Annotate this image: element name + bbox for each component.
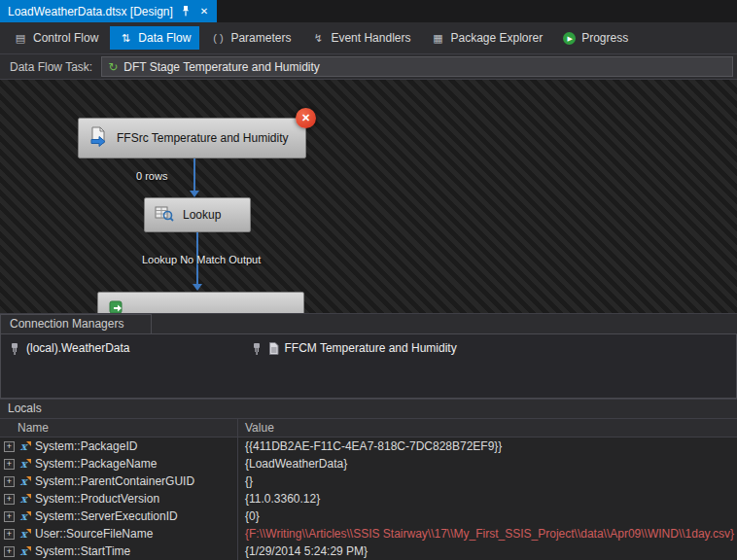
event-handlers-icon: ↯ [311,32,325,45]
node-label: FFSrc Temperature and Humidity [117,131,289,145]
data-flow-icon: ⇅ [119,32,132,45]
error-icon[interactable]: ✕ [296,108,316,128]
node-flat-file-source[interactable]: FFSrc Temperature and Humidity [78,118,306,158]
tab-label: Parameters [230,31,291,45]
expand-icon[interactable]: + [4,546,15,557]
data-flow-task-selector[interactable]: ↻ DFT Stage Temperature and Humidity [101,56,733,77]
data-path-arrow-icon [190,191,199,197]
variable-icon: x [18,528,31,541]
connection-managers-title: Connection Managers [10,317,123,331]
connection-icon [251,342,263,355]
tab-label: Progress [581,31,628,45]
data-flow-design-surface[interactable]: FFSrc Temperature and Humidity ✕ 0 rows … [0,80,737,313]
expand-icon[interactable]: + [4,459,15,470]
variable-name: System::ProductVersion [35,492,159,506]
data-flow-task-value: DFT Stage Temperature and Humidity [123,60,320,74]
variable-icon: x [18,440,31,453]
flat-file-icon [268,342,279,355]
connection-managers-tab[interactable]: Connection Managers [0,314,152,333]
connection-managers-list: (local).WeatherData [0,333,737,399]
control-flow-icon: ▤ [14,32,27,45]
tab-parameters[interactable]: ( ) Parameters [202,26,299,50]
data-flow-task-icon: ↻ [108,60,118,74]
document-tab-title: LoadWeatherData.dtsx [Design] [8,5,173,18]
data-path-line[interactable] [193,158,195,192]
expand-icon[interactable]: + [4,511,15,522]
tab-label: Data Flow [138,31,191,45]
variable-value: {} [238,474,737,488]
destination-icon [108,298,125,314]
tab-label: Control Flow [33,31,98,45]
locals-name-cell: + x System::ProductVersion [0,490,238,508]
variable-value: {{411DB2AE-F11C-4EA7-818C-7DC828B72EF9}} [238,439,737,453]
expand-icon[interactable]: + [4,494,15,505]
variable-icon: x [18,458,31,471]
variable-icon: x [18,475,31,488]
tab-control-flow[interactable]: ▤ Control Flow [5,26,107,50]
variable-name: System::ParentContainerGUID [35,474,194,488]
data-path-arrow-icon [193,284,202,291]
variable-value: {1/29/2014 5:24:29 PM} [238,544,737,558]
locals-row[interactable]: + x System::ProductVersion {11.0.3360.12… [0,490,737,508]
data-path-label: Lookup No Match Output [142,254,261,265]
progress-icon: ▶ [563,32,576,45]
variable-name: System::PackageName [35,457,157,471]
column-header-name[interactable]: Name [0,419,238,437]
locals-row[interactable]: + x System::ParentContainerGUID {} [0,472,737,490]
node-label: Lookup [183,208,221,222]
connection-managers-header: Connection Managers [0,314,737,333]
tab-label: Event Handlers [331,31,410,45]
expand-icon[interactable]: + [4,529,15,540]
variable-name: System::PackageID [35,439,137,453]
locals-panel: Locals Name Value + x System::PackageID … [0,399,737,560]
locals-name-cell: + x User::SourceFileName [0,525,238,542]
variable-icon: x [18,493,31,506]
variable-icon: x [18,545,31,558]
locals-row[interactable]: + x System::ServerExecutionID {0} [0,508,737,525]
locals-row[interactable]: + x System::PackageName {LoadWeatherData… [0,455,737,472]
variable-name: User::SourceFileName [35,527,153,541]
column-header-value[interactable]: Value [238,419,737,437]
connection-manager-label: (local).WeatherData [26,341,130,355]
locals-name-cell: + x System::ServerExecutionID [0,508,238,525]
close-icon[interactable]: ✕ [198,6,210,18]
lookup-icon [155,205,174,226]
connection-managers-panel: Connection Managers (local).WeatherData [0,313,737,399]
locals-name-cell: + x System::ParentContainerGUID [0,472,238,490]
node-destination-partial[interactable] [97,292,304,313]
document-tab[interactable]: LoadWeatherData.dtsx [Design] ✕ [0,0,217,22]
expand-icon[interactable]: + [4,441,15,452]
connection-manager-label: FFCM Temperature and Humidity [285,341,457,355]
package-explorer-icon: ▦ [431,32,444,45]
locals-panel-title: Locals [0,399,737,418]
variable-value: {LoadWeatherData} [238,457,737,471]
tab-package-explorer[interactable]: ▦ Package Explorer [422,26,551,50]
locals-row[interactable]: + x User::SourceFileName {F:\\Writing\\A… [0,525,737,542]
locals-name-cell: + x System::StartTime [0,542,238,560]
locals-name-cell: + x System::PackageID [0,438,238,455]
variable-name: System::ServerExecutionID [35,509,178,523]
variable-value: {11.0.3360.12} [238,492,737,506]
expand-icon[interactable]: + [4,476,15,487]
locals-row[interactable]: + x System::StartTime {1/29/2014 5:24:29… [0,542,737,560]
parameters-icon: ( ) [211,32,225,44]
node-lookup[interactable]: Lookup [144,197,251,232]
tab-data-flow[interactable]: ⇅ Data Flow [110,26,199,50]
connection-icon [9,342,20,355]
designer-toolbar: ▤ Control Flow ⇅ Data Flow ( ) Parameter… [0,22,737,53]
locals-row[interactable]: + x System::PackageID {{411DB2AE-F11C-4E… [0,438,737,455]
variable-name: System::StartTime [35,544,130,558]
tab-event-handlers[interactable]: ↯ Event Handlers [302,26,419,50]
locals-name-cell: + x System::PackageName [0,455,238,472]
locals-grid-header: Name Value [0,418,737,438]
data-flow-task-row: Data Flow Task: ↻ DFT Stage Temperature … [0,53,737,80]
ssis-designer-window: LoadWeatherData.dtsx [Design] ✕ ▤ Contro… [0,0,737,560]
connection-manager-weatherdata[interactable]: (local).WeatherData [9,341,130,355]
variable-icon: x [18,510,31,523]
connection-manager-ffcm[interactable]: FFCM Temperature and Humidity [251,341,457,355]
tab-progress[interactable]: ▶ Progress [554,26,637,50]
data-path-label: 0 rows [136,170,167,182]
pin-icon[interactable] [180,6,192,18]
tab-label: Package Explorer [450,31,543,45]
data-flow-task-label: Data Flow Task: [10,60,92,74]
